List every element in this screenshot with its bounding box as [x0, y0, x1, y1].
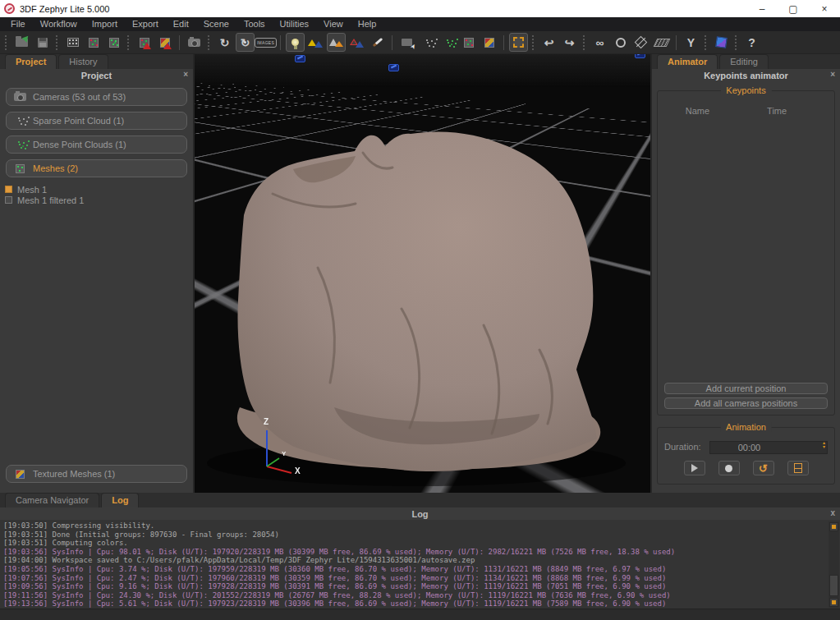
- tab-log[interactable]: Log: [101, 493, 139, 507]
- undo-button[interactable]: ↩: [539, 33, 558, 52]
- status-bar: [0, 609, 840, 620]
- tab-editing[interactable]: Editing: [719, 54, 769, 69]
- paintbrush-icon: [372, 38, 383, 47]
- dense-point-clouds-button[interactable]: Dense Point Clouds (1): [6, 135, 187, 154]
- animation-group: Animation Duration: ▴▾ ↺: [657, 427, 835, 485]
- menu-help[interactable]: Help: [351, 17, 384, 31]
- lighting-button[interactable]: [286, 33, 305, 52]
- menu-export[interactable]: Export: [125, 17, 166, 31]
- mesh-visibility-button[interactable]: [459, 33, 478, 52]
- rotate-view-button[interactable]: ↻: [215, 33, 234, 52]
- add-all-cameras-positions-button[interactable]: Add all cameras positions: [664, 397, 828, 409]
- measure-button[interactable]: [652, 33, 671, 52]
- tab-camera-navigator[interactable]: Camera Navigator: [5, 493, 99, 507]
- toolbar-drag-handle: [5, 35, 8, 50]
- axis-x-label: X: [295, 466, 301, 475]
- sparse-cloud-wizard-button[interactable]: [84, 33, 103, 52]
- loop-icon: ↺: [759, 463, 768, 474]
- duration-spinner[interactable]: ▴▾: [823, 441, 825, 449]
- dense-points-icon: [448, 42, 449, 44]
- menu-tools[interactable]: Tools: [236, 17, 273, 31]
- zephyr-tools-button[interactable]: [712, 33, 731, 52]
- minimize-button[interactable]: –: [746, 0, 778, 17]
- sparse-point-cloud-button[interactable]: Sparse Point Cloud (1): [6, 112, 187, 130]
- zephyr-cube-icon: [715, 36, 728, 48]
- lasso-selection-button[interactable]: ∞: [590, 33, 609, 52]
- close-button[interactable]: ×: [809, 0, 840, 17]
- tab-history[interactable]: History: [58, 54, 108, 69]
- rotate-around-point-button[interactable]: ↻: [236, 33, 255, 52]
- tab-project[interactable]: Project: [5, 54, 57, 69]
- circle-selection-button[interactable]: [611, 33, 630, 52]
- play-button[interactable]: [684, 461, 705, 475]
- log-line: [19:07:56] SysInfo | Cpu: 2.47 %; Disk (…: [3, 574, 825, 583]
- sparse-points-visibility-button[interactable]: [418, 33, 437, 52]
- animator-panel-close-icon[interactable]: ×: [830, 70, 835, 79]
- dense-cloud-wizard-button[interactable]: [104, 33, 123, 52]
- new-project-wizard-button[interactable]: [63, 33, 82, 52]
- camera-selection-button[interactable]: [397, 33, 416, 52]
- images-badge: IMAGES: [255, 38, 277, 48]
- paint-button[interactable]: [368, 33, 387, 52]
- scroll-up-button[interactable]: [829, 522, 838, 531]
- menu-utilities[interactable]: Utilities: [273, 17, 316, 31]
- tab-animator[interactable]: Animator: [657, 54, 718, 69]
- render-viewport[interactable]: Z Y X: [195, 54, 650, 493]
- mesh-list-item[interactable]: Mesh 1 filtered 1: [5, 195, 188, 205]
- scene-camera-icon[interactable]: [388, 64, 399, 71]
- log-scrollbar[interactable]: [829, 521, 839, 608]
- textured-cube-icon: [484, 38, 494, 48]
- screenshot-button[interactable]: [185, 33, 204, 52]
- meshes-button[interactable]: Meshes (2): [6, 159, 187, 177]
- menu-view[interactable]: View: [316, 17, 351, 31]
- mesh-1-filtered-checkbox[interactable]: [5, 196, 12, 204]
- cameras-icon: [13, 93, 26, 101]
- open-project-button[interactable]: [12, 33, 31, 52]
- scene-camera-icon[interactable]: [295, 55, 305, 62]
- help-button[interactable]: ?: [742, 33, 761, 52]
- scroll-down-button[interactable]: [829, 598, 838, 607]
- menu-scene[interactable]: Scene: [196, 17, 236, 31]
- rect-selection-button[interactable]: [509, 33, 528, 52]
- log-line: [19:09:56] SysInfo | Cpu: 9.16 %; Disk (…: [3, 582, 825, 591]
- wireframe-render-button[interactable]: [347, 33, 366, 52]
- project-panel-close-icon[interactable]: ×: [183, 70, 188, 79]
- record-button[interactable]: [718, 461, 740, 475]
- textured-visibility-button[interactable]: [480, 33, 498, 52]
- scroll-thumb[interactable]: [829, 575, 838, 596]
- export-video-button[interactable]: [787, 461, 809, 475]
- textured-meshes-button[interactable]: Textured Meshes (1): [6, 465, 187, 483]
- mesh-cube-icon: [464, 38, 474, 48]
- mesh-extraction-button[interactable]: [135, 33, 154, 52]
- duration-input[interactable]: [709, 441, 828, 454]
- keypoints-list[interactable]: [658, 119, 834, 379]
- maximize-button[interactable]: ▢: [778, 0, 809, 17]
- textured-mesh-icon: [160, 38, 170, 48]
- wrench-icon: Y: [687, 37, 695, 48]
- mesh-1-checkbox[interactable]: [5, 186, 12, 193]
- gizmo-button[interactable]: [631, 33, 650, 52]
- log-output[interactable]: [19:03:50] Compressing visibility. [19:0…: [0, 520, 840, 609]
- add-current-position-button[interactable]: Add current position: [664, 383, 828, 394]
- show-images-button[interactable]: IMAGES: [256, 33, 275, 52]
- main-toolbar: ↻ ↻ IMAGES ↩ ↪ ∞ Y ?: [0, 31, 840, 54]
- menu-import[interactable]: Import: [85, 17, 125, 31]
- dense-cube-icon: [109, 38, 119, 48]
- shaded-render-button[interactable]: [327, 33, 346, 52]
- menu-file[interactable]: File: [3, 17, 33, 31]
- log-panel-close-icon[interactable]: x: [830, 508, 835, 517]
- dense-points-visibility-button[interactable]: [438, 33, 457, 52]
- menu-edit[interactable]: Edit: [166, 17, 196, 31]
- log-line: [19:03:51] Done (Initial groups: 897630 …: [3, 530, 825, 540]
- textured-mesh-button[interactable]: [155, 33, 174, 52]
- scene-camera-icon[interactable]: [635, 54, 645, 58]
- loop-button[interactable]: ↺: [753, 461, 774, 475]
- cameras-button[interactable]: Cameras (53 out of 53): [6, 88, 187, 106]
- ruler-icon: [653, 39, 670, 47]
- menu-workflow[interactable]: Workflow: [33, 17, 85, 31]
- settings-button[interactable]: Y: [682, 33, 700, 52]
- redo-button[interactable]: ↪: [560, 33, 579, 52]
- mesh-list-item[interactable]: Mesh 1: [5, 184, 188, 195]
- colored-render-button[interactable]: [306, 33, 325, 52]
- save-project-button[interactable]: [33, 33, 52, 52]
